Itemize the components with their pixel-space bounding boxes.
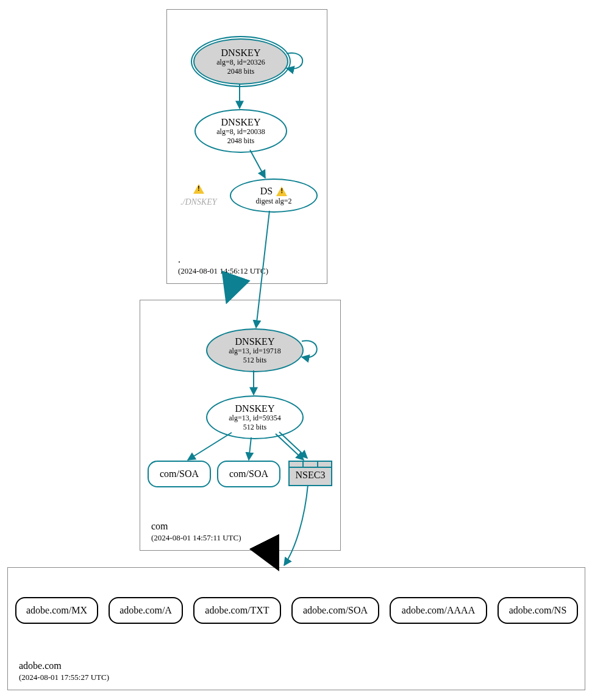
node-root-ksk[interactable]: DNSKEY alg=8, id=20326 2048 bits <box>193 38 288 85</box>
node-sub2: 512 bits <box>243 423 266 431</box>
node-missing-dnskey[interactable]: ./DNSKEY <box>180 184 217 207</box>
node-sub1: alg=8, id=20326 <box>216 58 265 66</box>
node-sub1: digest alg=2 <box>255 197 291 205</box>
zone-root-name: . <box>178 254 180 265</box>
rr-label: adobe.com/MX <box>26 605 87 616</box>
zone-adobe: adobe.com (2024-08-01 17:55:27 UTC) <box>7 567 585 690</box>
warning-icon <box>193 184 204 194</box>
node-nsec3[interactable]: NSEC3 <box>288 461 332 486</box>
node-title: DNSKEY <box>221 117 261 128</box>
node-sub1: alg=8, id=20038 <box>216 127 265 136</box>
node-title: DNSKEY <box>221 48 261 58</box>
node-title: DNSKEY <box>235 403 275 414</box>
zone-com-name: com <box>151 521 168 532</box>
zone-com-timestamp: (2024-08-01 14:57:11 UTC) <box>151 533 241 543</box>
node-com-soa-1[interactable]: com/SOA <box>148 461 211 487</box>
node-sub2: 2048 bits <box>227 136 254 145</box>
node-sub1: alg=13, id=59354 <box>229 414 281 422</box>
warning-icon <box>276 186 287 196</box>
node-sub2: 512 bits <box>243 356 266 364</box>
node-sub1: alg=13, id=19718 <box>229 347 281 355</box>
node-root-zsk[interactable]: DNSKEY alg=8, id=20038 2048 bits <box>194 109 287 153</box>
node-com-soa-2[interactable]: com/SOA <box>217 461 280 487</box>
rr-label: adobe.com/TXT <box>205 605 269 616</box>
node-adobe-soa[interactable]: adobe.com/SOA <box>291 597 379 624</box>
node-sub2: 2048 bits <box>227 67 254 76</box>
missing-dnskey-label: ./DNSKEY <box>180 197 217 207</box>
node-com-ksk[interactable]: DNSKEY alg=13, id=19718 512 bits <box>206 328 304 372</box>
nsec3-label: NSEC3 <box>296 470 326 481</box>
node-ds[interactable]: DS digest alg=2 <box>230 179 318 213</box>
rr-label: adobe.com/AAAA <box>402 605 475 616</box>
zone-root-timestamp: (2024-08-01 14:56:12 UTC) <box>178 266 268 276</box>
node-adobe-a[interactable]: adobe.com/A <box>109 597 183 624</box>
node-title: DS <box>260 186 273 197</box>
zone-adobe-name: adobe.com <box>19 660 62 671</box>
rr-label: adobe.com/NS <box>509 605 567 616</box>
rr-label: adobe.com/SOA <box>303 605 368 616</box>
node-adobe-aaaa[interactable]: adobe.com/AAAA <box>390 597 487 624</box>
rr-label: com/SOA <box>229 468 268 479</box>
node-adobe-txt[interactable]: adobe.com/TXT <box>193 597 281 624</box>
node-title: DNSKEY <box>235 336 275 347</box>
node-adobe-ns[interactable]: adobe.com/NS <box>497 597 578 624</box>
rr-label: adobe.com/A <box>119 605 172 616</box>
zone-adobe-timestamp: (2024-08-01 17:55:27 UTC) <box>19 673 109 682</box>
node-com-zsk[interactable]: DNSKEY alg=13, id=59354 512 bits <box>206 395 304 439</box>
node-adobe-mx[interactable]: adobe.com/MX <box>15 597 98 624</box>
rr-label: com/SOA <box>160 468 199 479</box>
